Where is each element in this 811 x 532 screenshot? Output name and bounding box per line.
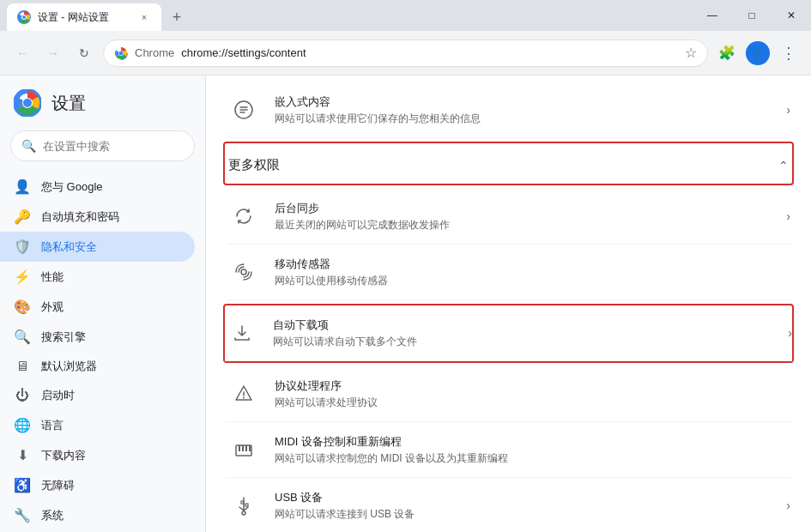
background-sync-item[interactable]: 后台同步 最近关闭的网站可以完成数据收发操作 › <box>227 189 790 245</box>
minimize-button[interactable]: — <box>693 0 732 31</box>
sidebar-item-performance[interactable]: ⚡ 性能 <box>0 262 195 292</box>
svg-rect-15 <box>242 445 244 451</box>
sidebar-item-language[interactable]: 🌐 语言 <box>0 410 195 440</box>
background-sync-title: 后台同步 <box>275 201 772 216</box>
search-input[interactable] <box>43 140 187 153</box>
background-sync-text: 后台同步 最近关闭的网站可以完成数据收发操作 <box>275 201 772 233</box>
sidebar-label-system: 系统 <box>41 508 64 523</box>
background-sync-desc: 最近关闭的网站可以完成数据收发操作 <box>275 218 772 233</box>
window-controls: — □ ✕ <box>693 0 811 31</box>
accessibility-icon: ♿ <box>14 477 31 493</box>
more-permissions-header[interactable]: 更多权限 ⌃ <box>228 147 789 180</box>
refresh-button[interactable]: ↻ <box>72 41 96 65</box>
performance-icon: ⚡ <box>14 269 31 285</box>
svg-rect-19 <box>245 504 248 506</box>
profile-icon: 👤 <box>751 46 766 60</box>
sidebar-item-search[interactable]: 🔍 搜索引擎 <box>0 322 195 352</box>
sidebar-item-google[interactable]: 👤 您与 Google <box>0 172 195 202</box>
embedded-title: 嵌入式内容 <box>275 94 772 110</box>
midi-icon <box>227 432 261 467</box>
sidebar-item-startup[interactable]: ⏻ 启动时 <box>0 381 195 410</box>
browser-icon: 🖥 <box>14 359 31 374</box>
back-button[interactable]: ← <box>10 41 34 65</box>
auto-download-arrow-icon: › <box>788 326 792 340</box>
usb-arrow-icon: › <box>786 499 790 512</box>
content-area: 嵌入式内容 网站可以请求使用它们保存的与您相关的信息 › 更多权限 ⌃ <box>206 76 811 532</box>
system-icon: 🔧 <box>14 507 31 523</box>
settings-header: 设置 <box>0 89 205 130</box>
usb-item[interactable]: USB 设备 网站可以请求连接到 USB 设备 › <box>227 478 790 532</box>
auto-download-item[interactable]: 自动下载项 网站可以请求自动下载多个文件 › <box>225 305 792 361</box>
sensor-icon <box>227 255 261 289</box>
active-tab[interactable]: 设置 - 网站设置 × <box>7 3 161 31</box>
auto-download-highlighted: 自动下载项 网站可以请求自动下载多个文件 › <box>223 304 794 363</box>
url-text: chrome://settings/content <box>181 46 678 59</box>
close-button[interactable]: ✕ <box>772 0 811 31</box>
auto-download-icon <box>225 316 259 350</box>
more-permissions-section: 更多权限 ⌃ <box>223 142 794 185</box>
more-permissions-collapse-icon[interactable]: ⌃ <box>778 159 789 172</box>
sidebar-label-appearance: 外观 <box>41 299 64 315</box>
url-bar[interactable]: Chrome chrome://settings/content ☆ <box>103 39 708 67</box>
auto-download-text: 自动下载项 网站可以请求自动下载多个文件 <box>273 317 774 349</box>
sidebar: 设置 🔍 👤 您与 Google 🔑 自动填充和密码 🛡️ 隐私和安全 ⚡ 性能… <box>0 76 206 532</box>
sidebar-label-browser: 默认浏览器 <box>41 359 97 374</box>
maximize-button[interactable]: □ <box>732 0 772 31</box>
forward-icon: → <box>47 46 59 60</box>
sidebar-item-browser[interactable]: 🖥 默认浏览器 <box>0 352 195 381</box>
forward-button[interactable]: → <box>41 41 65 65</box>
auto-download-desc: 网站可以请求自动下载多个文件 <box>273 335 774 349</box>
sync-icon <box>227 199 261 233</box>
bookmark-icon[interactable]: ☆ <box>685 45 697 61</box>
key-icon: 🔑 <box>14 209 31 225</box>
auto-download-title: 自动下载项 <box>273 317 774 333</box>
main-layout: 设置 🔍 👤 您与 Google 🔑 自动填充和密码 🛡️ 隐私和安全 ⚡ 性能… <box>0 76 811 532</box>
search-engine-icon: 🔍 <box>14 329 31 345</box>
protocol-handler-item[interactable]: 协议处理程序 网站可以请求处理协议 <box>227 366 790 422</box>
svg-rect-18 <box>241 501 244 504</box>
embedded-arrow-icon: › <box>786 103 790 117</box>
sidebar-label-search: 搜索引擎 <box>41 329 86 345</box>
midi-text: MIDI 设备控制和重新编程 网站可以请求控制您的 MIDI 设备以及为其重新编… <box>275 434 790 466</box>
chrome-label: Chrome <box>135 46 174 59</box>
sidebar-label-language: 语言 <box>41 418 64 433</box>
sidebar-label-performance: 性能 <box>41 269 64 285</box>
sidebar-item-privacy[interactable]: 🛡️ 隐私和安全 <box>0 232 195 262</box>
motion-sensor-item[interactable]: 移动传感器 网站可以使用移动传感器 <box>227 245 790 300</box>
download-icon: ⬇ <box>14 447 31 463</box>
search-icon: 🔍 <box>21 139 36 153</box>
language-icon: 🌐 <box>14 417 31 433</box>
protocol-handler-text: 协议处理程序 网站可以请求处理协议 <box>275 378 790 410</box>
extensions-button[interactable]: 🧩 <box>715 41 739 65</box>
profile-button[interactable]: 👤 <box>746 41 770 65</box>
shield-icon: 🛡️ <box>14 239 31 255</box>
usb-title: USB 设备 <box>275 490 772 505</box>
sidebar-item-accessibility[interactable]: ♿ 无障碍 <box>0 470 195 500</box>
more-permissions-title: 更多权限 <box>228 157 280 173</box>
sidebar-item-autofill[interactable]: 🔑 自动填充和密码 <box>0 202 195 232</box>
sidebar-label-google: 您与 Google <box>41 179 103 195</box>
back-icon: ← <box>16 46 28 60</box>
tab-title: 设置 - 网站设置 <box>38 10 130 25</box>
titlebar-left: 设置 - 网站设置 × + <box>0 0 693 31</box>
sidebar-item-download[interactable]: ⬇ 下载内容 <box>0 440 195 470</box>
sidebar-label-download: 下载内容 <box>41 448 86 463</box>
more-icon: ⋮ <box>781 44 796 63</box>
svg-point-20 <box>242 511 245 515</box>
svg-point-6 <box>119 51 124 55</box>
search-box[interactable]: 🔍 <box>10 130 195 161</box>
new-tab-button[interactable]: + <box>165 5 189 29</box>
midi-item[interactable]: MIDI 设备控制和重新编程 网站可以请求控制您的 MIDI 设备以及为其重新编… <box>227 422 790 478</box>
sidebar-item-appearance[interactable]: 🎨 外观 <box>0 292 195 322</box>
startup-icon: ⏻ <box>14 388 31 403</box>
google-logo-icon <box>14 89 41 117</box>
tab-close-button[interactable]: × <box>137 10 151 24</box>
menu-button[interactable]: ⋮ <box>777 41 801 65</box>
embedded-content-item[interactable]: 嵌入式内容 网站可以请求使用它们保存的与您相关的信息 › <box>227 82 790 138</box>
svg-rect-17 <box>249 445 251 451</box>
midi-desc: 网站可以请求控制您的 MIDI 设备以及为其重新编程 <box>275 451 790 466</box>
embedded-text: 嵌入式内容 网站可以请求使用它们保存的与您相关的信息 <box>275 94 772 126</box>
addressbar: ← → ↻ Chrome chrome://settings/content ☆… <box>0 31 811 76</box>
tab-favicon-icon <box>17 10 31 24</box>
sidebar-item-system[interactable]: 🔧 系统 <box>0 500 195 530</box>
